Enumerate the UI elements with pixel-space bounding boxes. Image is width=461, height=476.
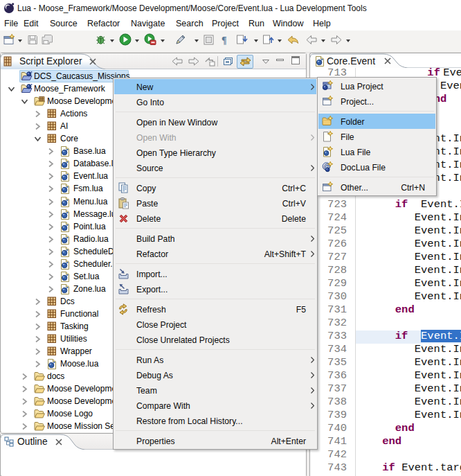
svg-text:¶: ¶ <box>222 35 227 46</box>
